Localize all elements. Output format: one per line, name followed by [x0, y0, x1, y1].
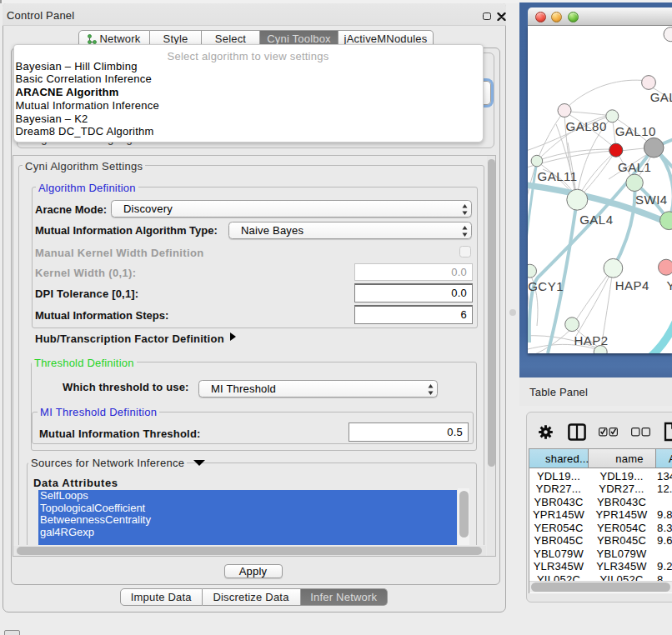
- svg-text:GCY1: GCY1: [528, 279, 564, 293]
- svg-text:GAL10: GAL10: [615, 124, 656, 138]
- svg-text:GAL1: GAL1: [618, 160, 651, 174]
- svg-text:SWI4: SWI4: [635, 192, 668, 207]
- svg-text:GAL7: GAL7: [650, 90, 672, 104]
- svg-text:YJL21: YJL21: [667, 278, 672, 292]
- svg-text:GAL11: GAL11: [538, 169, 578, 183]
- svg-text:HAP2: HAP2: [574, 333, 608, 348]
- svg-text:HAP4: HAP4: [615, 278, 649, 292]
- svg-text:GAL80: GAL80: [566, 119, 607, 133]
- svg-text:GAL4: GAL4: [579, 212, 613, 227]
